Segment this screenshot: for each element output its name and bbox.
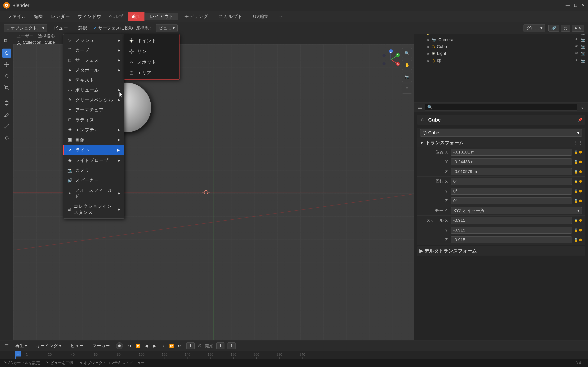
rotation-x-keyframe[interactable]	[579, 180, 582, 183]
scale-x-value[interactable]: -0.915	[451, 217, 572, 224]
camera-eye[interactable]: 👁	[575, 38, 579, 42]
add-menu-surface[interactable]: ◻ サーフェス ▶	[63, 55, 124, 65]
close-btn[interactable]: ✕	[581, 3, 585, 8]
sidebar-rotate[interactable]	[2, 72, 11, 81]
glo-dropdown[interactable]: グロ... ▾	[524, 24, 545, 32]
sphere-eye[interactable]: 👁	[575, 59, 579, 63]
ws-tab-uv[interactable]: UV編集	[248, 13, 273, 20]
select-btn[interactable]: 選択	[74, 24, 90, 32]
rotation-z-lock[interactable]: 🔒	[574, 199, 578, 203]
surface-projection-check[interactable]: ✓ サーフェスに投影	[94, 25, 133, 31]
location-y-keyframe[interactable]	[579, 161, 582, 163]
minimize-btn[interactable]: —	[566, 3, 570, 8]
location-x-lock[interactable]: 🔒	[574, 150, 578, 154]
playback-dropdown[interactable]: 再生 ▾	[12, 342, 30, 350]
properties-filter-icon[interactable]	[579, 105, 585, 110]
add-menu-forcefield[interactable]: ≈ フォースフィールド ▶	[63, 185, 124, 201]
outliner-light[interactable]: ▶ ☀ Light 👁 📷	[414, 50, 588, 57]
sidebar-cursor[interactable]	[2, 49, 11, 58]
location-x-keyframe[interactable]	[579, 151, 582, 153]
sidebar-move[interactable]	[2, 60, 11, 69]
add-menu-image[interactable]: ▣ 画像 ▶	[63, 135, 124, 145]
rotation-z-keyframe[interactable]	[579, 200, 582, 202]
rotation-z-value[interactable]: 0°	[451, 197, 572, 204]
outliner-camera[interactable]: ▶ 📷 Camera 👁 📷	[414, 36, 588, 43]
add-menu-volume[interactable]: ◌ ボリューム ▶	[63, 85, 124, 95]
scale-y-lock[interactable]: 🔒	[574, 228, 578, 232]
scale-x-keyframe[interactable]	[579, 219, 582, 222]
tl-marker-btn[interactable]: マーカー	[90, 342, 113, 350]
add-menu-curve[interactable]: ⌒ カーブ ▶	[63, 45, 124, 55]
sidebar-annotate[interactable]	[2, 110, 11, 119]
current-frame[interactable]: 1	[186, 342, 194, 349]
location-y-lock[interactable]: 🔒	[574, 160, 578, 164]
skip-end-btn[interactable]: ⏭	[176, 342, 183, 349]
transform-header[interactable]: ▼ トランスフォーム ⋮⋮	[417, 138, 585, 147]
delta-transform-header[interactable]: ▶ デルタトランスフォーム	[417, 246, 585, 256]
light-spot[interactable]: スポット	[124, 57, 179, 67]
outliner-cube[interactable]: ▶ ⬡ Cube 👁 📷	[414, 43, 588, 50]
grid-view-btn[interactable]: ⊞	[402, 84, 412, 94]
next-keyframe-btn[interactable]: ▷	[160, 342, 166, 349]
cube-eye[interactable]: 👁	[575, 44, 579, 49]
end-frame[interactable]: 1	[227, 342, 235, 349]
rotation-mode-dropdown[interactable]: XYZ オイラー角 ▾	[451, 207, 582, 214]
zoom-in-btn[interactable]: 🔍	[402, 48, 412, 58]
location-z-value[interactable]: -0.010579 m	[451, 168, 572, 175]
ws-tab-sculpt[interactable]: スカルプト	[214, 13, 247, 20]
keying-dropdown[interactable]: キーイング ▾	[33, 342, 64, 350]
menu-item-window[interactable]: ウィンドウ	[74, 12, 105, 21]
next-frame-btn[interactable]: ⏩	[168, 342, 175, 349]
rotation-x-lock[interactable]: 🔒	[574, 179, 578, 184]
add-menu-metaball[interactable]: ● メタボール ▶	[63, 65, 124, 75]
menu-item-add[interactable]: 追加	[128, 12, 145, 21]
add-menu-light[interactable]: ☀ ライト ▶	[63, 145, 124, 155]
add-menu-speaker[interactable]: 🔊 スピーカー	[63, 175, 124, 185]
menu-item-render[interactable]: レンダー	[47, 12, 73, 21]
light-sun[interactable]: サン	[124, 46, 179, 57]
cube-render[interactable]: 📷	[581, 44, 585, 49]
xray-btn[interactable]: ● ∧	[572, 25, 584, 32]
tl-view-btn[interactable]: ビュー	[67, 342, 86, 350]
axes-gizmo[interactable]: Z Y X	[380, 48, 402, 71]
prev-frame-btn[interactable]: ⏪	[134, 342, 141, 349]
add-menu-empty[interactable]: ✙ エンプティ ▶	[63, 125, 124, 135]
record-btn[interactable]: ⏺	[116, 342, 123, 349]
light-area[interactable]: エリア	[124, 67, 179, 78]
ws-tab-layout[interactable]: レイアウト	[145, 13, 178, 20]
mode-selector[interactable]: □ オブジェクト... ▾	[4, 24, 47, 32]
sidebar-select-box[interactable]	[2, 37, 11, 46]
play-btn[interactable]: ▶	[151, 342, 158, 349]
rotation-y-value[interactable]: 0°	[451, 188, 572, 195]
add-menu-lightprobe[interactable]: ◈ ライトプローブ ▶	[63, 155, 124, 165]
sphere-render[interactable]: 📷	[581, 59, 585, 63]
location-z-lock[interactable]: 🔒	[574, 170, 578, 174]
skip-start-btn[interactable]: ⏮	[126, 342, 133, 349]
menu-item-edit[interactable]: 編集	[31, 12, 47, 21]
prev-keyframe-btn[interactable]: ◀	[143, 342, 150, 349]
rotation-y-lock[interactable]: 🔒	[574, 189, 578, 193]
sidebar-scale[interactable]	[2, 83, 11, 92]
prop-pin-icon[interactable]: 📌	[578, 117, 583, 122]
add-menu-collection[interactable]: ⊟ コレクションインスタンス ▶	[63, 201, 124, 217]
add-menu-armature[interactable]: ✦ アーマチュア	[63, 105, 124, 115]
overlay-btn[interactable]: ◎	[561, 25, 570, 32]
start-frame[interactable]: 1	[216, 342, 225, 349]
location-y-value[interactable]: -0.24433 m	[451, 158, 572, 165]
sidebar-transform[interactable]	[2, 99, 11, 108]
rotation-x-value[interactable]: 0°	[451, 178, 572, 185]
scale-z-lock[interactable]: 🔒	[574, 238, 578, 242]
tl-menu-icon[interactable]	[4, 343, 9, 349]
sidebar-measure[interactable]	[2, 121, 11, 131]
coordinate-dropdown[interactable]: ビュ... ▾	[156, 24, 178, 32]
view-btn[interactable]: ビュー	[50, 24, 71, 32]
scale-y-keyframe[interactable]	[579, 229, 582, 232]
camera-render[interactable]: 📷	[581, 38, 585, 42]
add-menu-camera[interactable]: 📷 カメラ	[63, 165, 124, 175]
location-z-keyframe[interactable]	[579, 170, 582, 173]
scale-y-value[interactable]: -0.915	[451, 227, 572, 234]
maximize-btn[interactable]: □	[574, 3, 577, 8]
light-point[interactable]: ポイント	[124, 35, 179, 46]
menu-item-help[interactable]: ヘルプ	[106, 12, 127, 21]
scale-z-value[interactable]: -0.915	[451, 236, 572, 243]
